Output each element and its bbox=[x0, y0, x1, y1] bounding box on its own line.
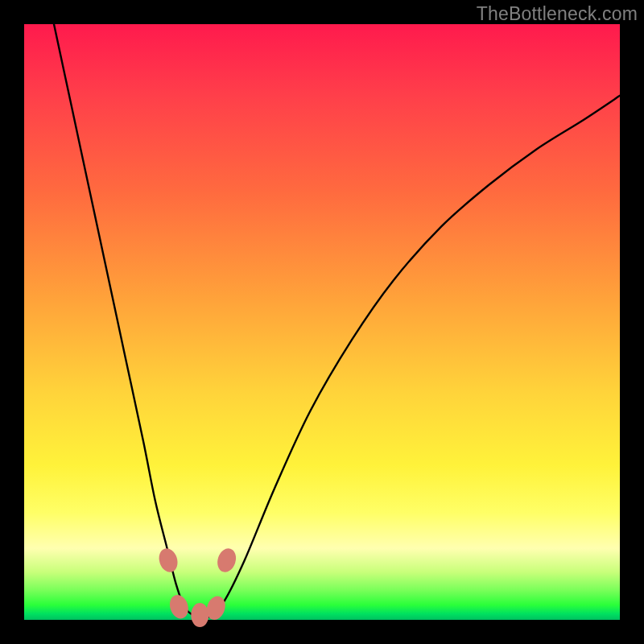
curve-marker bbox=[156, 546, 180, 574]
chart-frame: TheBottleneck.com bbox=[0, 0, 644, 644]
curve-markers bbox=[156, 546, 239, 627]
curve-marker bbox=[167, 592, 191, 621]
bottleneck-curve-svg bbox=[24, 24, 620, 620]
bottleneck-curve bbox=[54, 24, 620, 618]
curve-marker bbox=[191, 603, 208, 627]
curve-marker bbox=[215, 546, 239, 574]
plot-area bbox=[24, 24, 620, 620]
watermark-text: TheBottleneck.com bbox=[477, 3, 638, 25]
